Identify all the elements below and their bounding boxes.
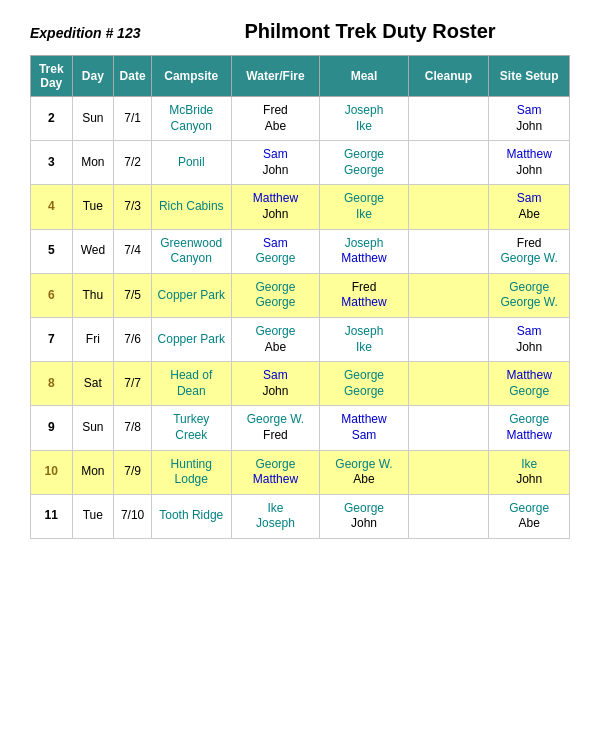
cell-setup: SamJohn bbox=[489, 97, 570, 141]
table-row: 5 Wed 7/4 Greenwood Canyon SamGeorge Jos… bbox=[31, 229, 570, 273]
table-row: 4 Tue 7/3 Rich Cabins MatthewJohn George… bbox=[31, 185, 570, 229]
cell-trek: 9 bbox=[31, 406, 73, 450]
cell-campsite: Copper Park bbox=[151, 317, 231, 361]
cell-water: SamGeorge bbox=[231, 229, 320, 273]
cell-setup: MatthewGeorge bbox=[489, 362, 570, 406]
cell-water: MatthewJohn bbox=[231, 185, 320, 229]
cell-date: 7/2 bbox=[114, 141, 152, 185]
cell-day: Thu bbox=[72, 273, 114, 317]
cell-water: SamJohn bbox=[231, 141, 320, 185]
cell-trek: 8 bbox=[31, 362, 73, 406]
cell-meal: JosephIke bbox=[320, 97, 408, 141]
col-water-header: Water/Fire bbox=[231, 56, 320, 97]
cell-meal: GeorgeGeorge bbox=[320, 141, 408, 185]
table-row: 6 Thu 7/5 Copper Park GeorgeGeorge FredM… bbox=[31, 273, 570, 317]
cell-meal: JosephMatthew bbox=[320, 229, 408, 273]
cell-setup: GeorgeGeorge W. bbox=[489, 273, 570, 317]
cell-campsite: Greenwood Canyon bbox=[151, 229, 231, 273]
cell-cleanup bbox=[408, 229, 489, 273]
cell-meal: GeorgeGeorge bbox=[320, 362, 408, 406]
cell-water: GeorgeGeorge bbox=[231, 273, 320, 317]
cell-trek: 7 bbox=[31, 317, 73, 361]
cell-trek: 6 bbox=[31, 273, 73, 317]
cell-trek: 4 bbox=[31, 185, 73, 229]
cell-cleanup bbox=[408, 317, 489, 361]
cell-water: GeorgeAbe bbox=[231, 317, 320, 361]
page-title: Philmont Trek Duty Roster bbox=[170, 20, 570, 43]
cell-meal: JosephIke bbox=[320, 317, 408, 361]
cell-meal: George W.Abe bbox=[320, 450, 408, 494]
cell-date: 7/9 bbox=[114, 450, 152, 494]
cell-cleanup bbox=[408, 450, 489, 494]
cell-water: GeorgeMatthew bbox=[231, 450, 320, 494]
cell-cleanup bbox=[408, 97, 489, 141]
cell-trek: 11 bbox=[31, 494, 73, 538]
cell-trek: 2 bbox=[31, 97, 73, 141]
cell-date: 7/3 bbox=[114, 185, 152, 229]
expedition-label: Expedition # 123 bbox=[30, 25, 170, 41]
table-row: 9 Sun 7/8 Turkey Creek George W.Fred Mat… bbox=[31, 406, 570, 450]
cell-campsite: McBride Canyon bbox=[151, 97, 231, 141]
cell-meal: MatthewSam bbox=[320, 406, 408, 450]
cell-date: 7/7 bbox=[114, 362, 152, 406]
cell-day: Sat bbox=[72, 362, 114, 406]
cell-setup: GeorgeMatthew bbox=[489, 406, 570, 450]
cell-trek: 5 bbox=[31, 229, 73, 273]
col-day-header: Day bbox=[72, 56, 114, 97]
cell-day: Mon bbox=[72, 450, 114, 494]
col-setup-header: Site Setup bbox=[489, 56, 570, 97]
cell-cleanup bbox=[408, 273, 489, 317]
cell-campsite: Rich Cabins bbox=[151, 185, 231, 229]
cell-campsite: Hunting Lodge bbox=[151, 450, 231, 494]
cell-campsite: Copper Park bbox=[151, 273, 231, 317]
table-row: 7 Fri 7/6 Copper Park GeorgeAbe JosephIk… bbox=[31, 317, 570, 361]
cell-setup: SamAbe bbox=[489, 185, 570, 229]
cell-date: 7/6 bbox=[114, 317, 152, 361]
cell-campsite: Turkey Creek bbox=[151, 406, 231, 450]
col-meal-header: Meal bbox=[320, 56, 408, 97]
col-campsite-header: Campsite bbox=[151, 56, 231, 97]
cell-day: Wed bbox=[72, 229, 114, 273]
table-row: 11 Tue 7/10 Tooth Ridge IkeJoseph George… bbox=[31, 494, 570, 538]
cell-day: Mon bbox=[72, 141, 114, 185]
cell-water: IkeJoseph bbox=[231, 494, 320, 538]
cell-date: 7/5 bbox=[114, 273, 152, 317]
cell-campsite: Tooth Ridge bbox=[151, 494, 231, 538]
cell-water: SamJohn bbox=[231, 362, 320, 406]
cell-date: 7/4 bbox=[114, 229, 152, 273]
cell-water: FredAbe bbox=[231, 97, 320, 141]
cell-setup: SamJohn bbox=[489, 317, 570, 361]
cell-day: Sun bbox=[72, 406, 114, 450]
cell-cleanup bbox=[408, 362, 489, 406]
cell-day: Tue bbox=[72, 494, 114, 538]
col-trek-header: Trek Day bbox=[31, 56, 73, 97]
cell-day: Fri bbox=[72, 317, 114, 361]
cell-cleanup bbox=[408, 141, 489, 185]
cell-cleanup bbox=[408, 494, 489, 538]
cell-campsite: Ponil bbox=[151, 141, 231, 185]
table-header-row: Trek Day Day Date Campsite Water/Fire Me… bbox=[31, 56, 570, 97]
cell-day: Tue bbox=[72, 185, 114, 229]
cell-setup: IkeJohn bbox=[489, 450, 570, 494]
cell-meal: GeorgeJohn bbox=[320, 494, 408, 538]
cell-setup: GeorgeAbe bbox=[489, 494, 570, 538]
table-row: 2 Sun 7/1 McBride Canyon FredAbe JosephI… bbox=[31, 97, 570, 141]
cell-trek: 3 bbox=[31, 141, 73, 185]
cell-date: 7/8 bbox=[114, 406, 152, 450]
cell-date: 7/1 bbox=[114, 97, 152, 141]
duty-roster-table: Trek Day Day Date Campsite Water/Fire Me… bbox=[30, 55, 570, 539]
col-cleanup-header: Cleanup bbox=[408, 56, 489, 97]
cell-date: 7/10 bbox=[114, 494, 152, 538]
table-row: 8 Sat 7/7 Head of Dean SamJohn GeorgeGeo… bbox=[31, 362, 570, 406]
cell-water: George W.Fred bbox=[231, 406, 320, 450]
cell-cleanup bbox=[408, 185, 489, 229]
cell-meal: FredMatthew bbox=[320, 273, 408, 317]
col-date-header: Date bbox=[114, 56, 152, 97]
cell-setup: MatthewJohn bbox=[489, 141, 570, 185]
table-row: 3 Mon 7/2 Ponil SamJohn GeorgeGeorge Mat… bbox=[31, 141, 570, 185]
cell-cleanup bbox=[408, 406, 489, 450]
cell-meal: GeorgeIke bbox=[320, 185, 408, 229]
cell-setup: FredGeorge W. bbox=[489, 229, 570, 273]
table-row: 10 Mon 7/9 Hunting Lodge GeorgeMatthew G… bbox=[31, 450, 570, 494]
cell-day: Sun bbox=[72, 97, 114, 141]
